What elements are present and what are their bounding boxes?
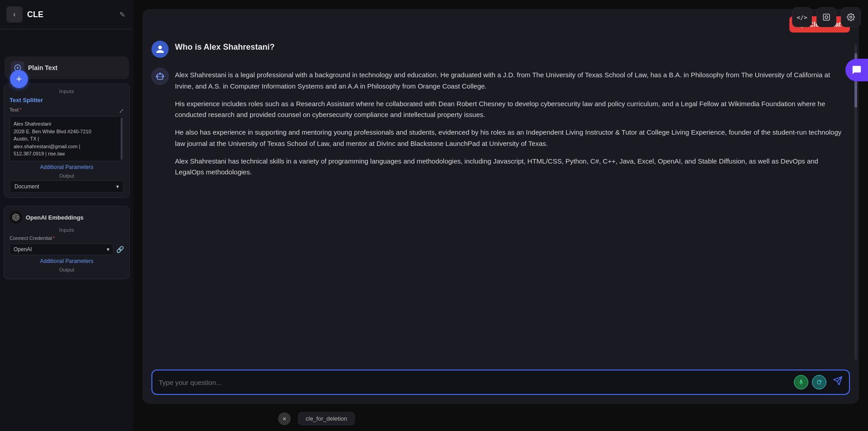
back-button[interactable]: ‹ <box>6 6 23 23</box>
response-p1: Alex Shahrestani is a legal professional… <box>175 70 844 92</box>
user-message: Who is Alex Shahrestani? <box>151 40 844 58</box>
chat-header: Clear Chat <box>142 9 859 40</box>
send-button[interactable] <box>833 376 843 389</box>
openai-embeddings-card: OpenAI Embeddings Inputs Connect Credent… <box>4 206 130 279</box>
response-p4: Alex Shahrestani has technical skills in… <box>175 156 844 178</box>
chevron-down-icon: ▾ <box>107 246 109 253</box>
microphone-icon[interactable] <box>794 375 808 389</box>
chevron-down-icon: ▾ <box>116 183 119 190</box>
screenshot-button[interactable] <box>816 7 836 27</box>
openai-header: OpenAI Embeddings <box>9 211 124 224</box>
bot-avatar <box>151 68 169 85</box>
chat-input-wrapper <box>151 370 850 395</box>
chat-input[interactable] <box>159 379 789 386</box>
project-title: CLE <box>27 10 113 19</box>
scrollbar[interactable] <box>121 117 123 160</box>
chat-input-icons <box>794 375 826 389</box>
svg-point-2 <box>825 16 828 19</box>
openai-inputs-label: Inputs <box>9 227 124 233</box>
user-avatar <box>151 41 169 58</box>
sidebar-header: ‹ CLE ✎ <box>0 0 133 29</box>
chat-scrollbar-track[interactable] <box>854 44 857 360</box>
credential-label: Connect Credential* <box>9 235 124 241</box>
svg-rect-1 <box>823 14 830 20</box>
refresh-icon[interactable] <box>812 375 826 389</box>
text-splitter-card: Inputs Text Splitter Text* ⤢ Alex Shahre… <box>4 84 130 198</box>
openai-title: OpenAI Embeddings <box>26 214 84 221</box>
credential-row: OpenAI ▾ 🔗 <box>9 244 124 255</box>
chat-panel: Clear Chat Who is Alex Shahrestani? <box>142 9 859 404</box>
additional-params-link[interactable]: Additional Parameters <box>9 164 124 170</box>
top-toolbar: </> <box>792 7 861 27</box>
edit-title-button[interactable]: ✎ <box>118 9 127 21</box>
openai-additional-params-link[interactable]: Additional Parameters <box>9 258 124 264</box>
chat-messages: Who is Alex Shahrestani? Alex Shahrestan… <box>142 40 853 364</box>
output-label: Output <box>9 173 124 178</box>
chat-input-area <box>142 364 859 404</box>
expand-icon[interactable]: ⤢ <box>119 108 124 114</box>
response-p3: He also has experience in supporting and… <box>175 127 844 150</box>
bot-response-text: Alex Shahrestani is a legal professional… <box>175 67 844 178</box>
add-node-button[interactable]: + <box>10 70 28 88</box>
svg-point-3 <box>850 16 852 19</box>
inputs-label: Inputs <box>9 89 124 94</box>
main-content: </> Clear Chat <box>133 0 868 431</box>
output-select[interactable]: Document ▾ <box>9 180 124 193</box>
external-link-icon[interactable]: 🔗 <box>116 246 124 253</box>
user-question-text: Who is Alex Shahrestani? <box>175 40 274 52</box>
openai-output-label: Output <box>9 267 124 272</box>
sidebar: ‹ CLE ✎ + Plain Text Inputs Text Splitte… <box>0 0 133 431</box>
text-splitter-title: Text Splitter <box>9 97 124 103</box>
openai-icon <box>9 211 22 224</box>
code-button[interactable]: </> <box>792 7 812 27</box>
chat-side-button[interactable] <box>845 59 868 81</box>
bottom-bar: × cle_for_deletion <box>269 406 868 431</box>
text-field-label: Text* <box>9 107 21 112</box>
node-label: Plain Text <box>28 64 57 71</box>
settings-button[interactable] <box>841 7 861 27</box>
bottom-close-icon[interactable]: × <box>278 412 291 425</box>
bot-message: Alex Shahrestani is a legal professional… <box>151 67 844 178</box>
text-field-content[interactable]: Alex Shahrestani 2028 E. Ben White Blvd … <box>9 116 124 161</box>
bottom-tab[interactable]: cle_for_deletion <box>298 412 355 425</box>
credential-select[interactable]: OpenAI ▾ <box>9 244 113 255</box>
response-p2: His experience includes roles such as a … <box>175 98 844 121</box>
